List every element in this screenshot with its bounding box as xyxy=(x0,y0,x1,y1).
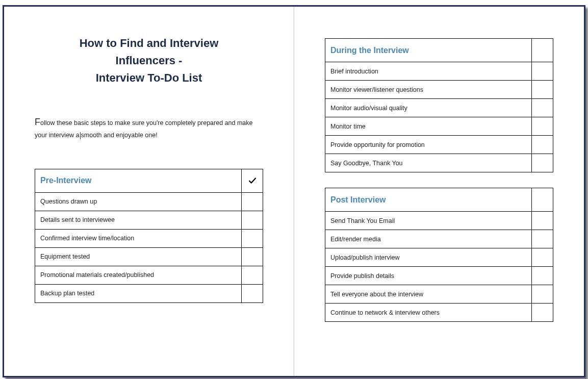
table-row: Say Goodbye, Thank You xyxy=(325,154,553,172)
checklist-item: Provide opportunity for promotion xyxy=(325,136,532,154)
intro-text-after: smooth and enjoyable one! xyxy=(81,132,158,139)
checklist-item: Monitor audio/visual quality xyxy=(325,99,532,117)
pre-interview-table: Pre-Interview Questions drawn up Details… xyxy=(35,169,263,303)
checklist-item: Monitor viewer/listener questions xyxy=(325,81,532,99)
pre-interview-check-header xyxy=(242,169,263,192)
table-row: Monitor viewer/listener questions xyxy=(325,81,553,99)
checkbox-cell[interactable] xyxy=(532,304,553,322)
checklist-item: Continue to network & interview others xyxy=(325,304,532,322)
table-row: Promotional materials created/published xyxy=(35,266,263,284)
table-row: Backup plan tested xyxy=(35,284,263,302)
checklist-item: Provide publish details xyxy=(325,267,532,285)
table-row: Provide opportunity for promotion xyxy=(325,136,553,154)
post-interview-check-header xyxy=(532,188,553,212)
checklist-item: Promotional materials created/published xyxy=(35,266,242,284)
title-line-2: Influencers - xyxy=(35,52,263,69)
table-row: Send Thank You Email xyxy=(325,212,553,230)
checklist-item: Send Thank You Email xyxy=(325,212,532,230)
checklist-item: Brief introduction xyxy=(325,62,532,81)
table-row: Tell everyone about the interview xyxy=(325,285,553,304)
checklist-item: Tell everyone about the interview xyxy=(325,285,532,304)
table-row: Upload/publish interview xyxy=(325,248,553,267)
during-interview-heading: During the Interview xyxy=(325,39,532,62)
checklist-item: Confirmed interview time/location xyxy=(35,229,242,247)
title-line-1: How to Find and Interview xyxy=(35,35,263,52)
page-left: How to Find and Interview Influencers - … xyxy=(4,7,294,376)
checklist-item: Upload/publish interview xyxy=(325,248,532,267)
checkbox-cell[interactable] xyxy=(242,192,263,211)
right-page-stack: During the Interview Brief introduction … xyxy=(325,38,553,322)
checklist-item: Say Goodbye, Thank You xyxy=(325,154,532,172)
checkbox-cell[interactable] xyxy=(532,230,553,248)
intro-dropcap: F xyxy=(35,117,40,127)
checkbox-cell[interactable] xyxy=(532,212,553,230)
checkbox-cell[interactable] xyxy=(532,136,553,154)
pre-interview-heading: Pre-Interview xyxy=(35,169,242,192)
table-row: Details sent to interviewee xyxy=(35,211,263,229)
checkbox-cell[interactable] xyxy=(532,267,553,285)
table-row: Continue to network & interview others xyxy=(325,304,553,322)
table-row: Brief introduction xyxy=(325,62,553,81)
table-row: Confirmed interview time/location xyxy=(35,229,263,247)
table-row: Edit/render media xyxy=(325,230,553,248)
table-row: Provide publish details xyxy=(325,267,553,285)
checklist-item: Equipment tested xyxy=(35,247,242,266)
during-interview-check-header xyxy=(532,39,553,62)
checklist-item: Details sent to interviewee xyxy=(35,211,242,229)
checkbox-cell[interactable] xyxy=(532,154,553,172)
document-wrapper: How to Find and Interview Influencers - … xyxy=(3,5,585,377)
title-line-3: Interview To-Do List xyxy=(35,69,263,87)
checklist-item: Monitor time xyxy=(325,117,532,136)
checklist-item: Edit/render media xyxy=(325,230,532,248)
checkbox-cell[interactable] xyxy=(532,285,553,304)
checkbox-cell[interactable] xyxy=(532,62,553,81)
checkbox-cell[interactable] xyxy=(242,266,263,284)
document-title-block: How to Find and Interview Influencers - … xyxy=(35,35,263,87)
table-row: Monitor audio/visual quality xyxy=(325,99,553,117)
checkbox-cell[interactable] xyxy=(242,247,263,266)
table-row: Equipment tested xyxy=(35,247,263,266)
checkbox-cell[interactable] xyxy=(532,81,553,99)
table-row: Monitor time xyxy=(325,117,553,136)
check-icon xyxy=(247,176,258,185)
checkbox-cell[interactable] xyxy=(532,117,553,136)
table-row: Questions drawn up xyxy=(35,192,263,211)
document: How to Find and Interview Influencers - … xyxy=(3,5,585,377)
checklist-item: Questions drawn up xyxy=(35,192,242,211)
during-interview-table: During the Interview Brief introduction … xyxy=(325,38,553,172)
checkbox-cell[interactable] xyxy=(242,284,263,302)
checklist-item: Backup plan tested xyxy=(35,284,242,302)
checkbox-cell[interactable] xyxy=(532,99,553,117)
checkbox-cell[interactable] xyxy=(242,229,263,247)
checkbox-cell[interactable] xyxy=(242,211,263,229)
post-interview-table: Post Interview Send Thank You Email Edit… xyxy=(325,188,553,322)
text-cursor xyxy=(80,132,81,139)
page-right: During the Interview Brief introduction … xyxy=(294,7,584,376)
intro-paragraph[interactable]: Follow these basic steps to make sure yo… xyxy=(35,115,263,140)
post-interview-heading: Post Interview xyxy=(325,188,532,212)
checkbox-cell[interactable] xyxy=(532,248,553,267)
